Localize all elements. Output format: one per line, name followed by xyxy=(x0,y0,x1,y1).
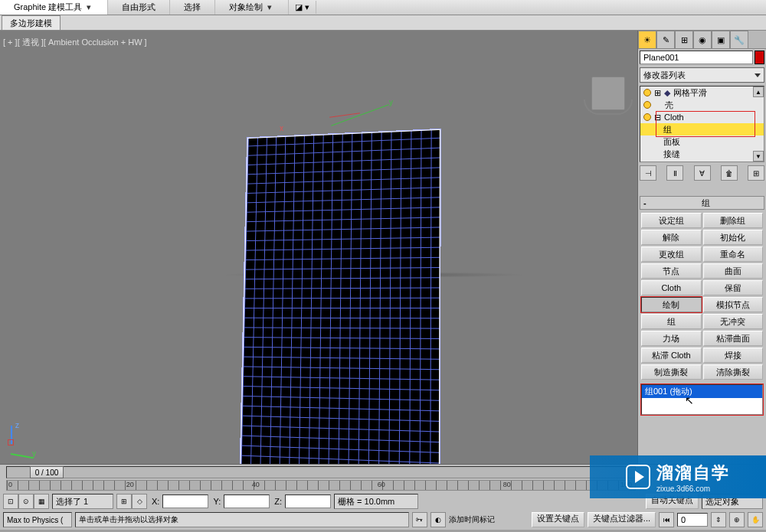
stack-item-meshsmooth[interactable]: ⊞◆网格平滑 xyxy=(640,86,764,99)
tag-icon[interactable]: ◐ xyxy=(430,512,446,527)
stack-item-cloth[interactable]: ⊟Cloth xyxy=(640,111,764,123)
object-color-swatch[interactable] xyxy=(755,51,764,64)
configure-sets-icon[interactable]: ⊞ xyxy=(748,165,764,181)
btn-detach[interactable]: 解除 xyxy=(641,230,702,245)
modifier-list-label: 修改器列表 xyxy=(643,70,686,81)
snap-icon[interactable]: ▦ xyxy=(34,494,49,509)
time-slider[interactable]: 0 / 100 xyxy=(6,466,636,478)
goto-start-icon[interactable]: ⏮ xyxy=(659,512,674,527)
object-name-input[interactable] xyxy=(640,51,753,64)
show-end-icon[interactable]: Ⅱ xyxy=(666,165,683,181)
world-axis-gizmo: z y xyxy=(9,424,40,455)
watermark-title: 溜溜自学 xyxy=(656,462,730,485)
selection-status: 选择了 1 xyxy=(52,494,113,509)
motion-tab-icon[interactable]: ◉ xyxy=(693,31,712,49)
filter-icon[interactable]: ⊞ xyxy=(116,494,132,509)
btn-no-collide[interactable]: 无冲突 xyxy=(703,314,764,329)
nav2-icon[interactable]: ✋ xyxy=(748,512,763,527)
group-button-grid: 设定组 删除组 解除 初始化 更改组 重命名 节点 曲面 Cloth 保留 绘制… xyxy=(638,211,766,381)
scroll-up-icon[interactable]: ▲ xyxy=(753,86,764,97)
snap2-icon[interactable]: ◇ xyxy=(132,494,147,509)
ribbon-bar: Graphite 建模工具 ▾ 自由形式 选择 对象绘制 ▾ ◪ ▾ xyxy=(0,0,766,15)
create-tab-icon[interactable]: ☀ xyxy=(638,31,656,49)
stack-item-shell[interactable]: 壳 xyxy=(640,99,764,111)
utilities-tab-icon[interactable]: 🔧 xyxy=(730,31,748,49)
lock-selection-icon[interactable]: ⊡ xyxy=(3,494,18,509)
key-filter-button[interactable]: 关键点过滤器... xyxy=(588,512,656,527)
remove-mod-icon[interactable]: 🗑 xyxy=(721,165,738,181)
z-coord-input[interactable] xyxy=(285,494,331,508)
ribbon-expand[interactable]: ◪ ▾ xyxy=(289,1,316,14)
add-time-tag-label[interactable]: 添加时间标记 xyxy=(449,514,495,525)
z-label: Z: xyxy=(274,497,282,506)
btn-node[interactable]: 节点 xyxy=(641,263,702,279)
stack-toolbar: ⊣ Ⅱ ∀ 🗑 ⊞ xyxy=(638,164,766,182)
modifier-list-dropdown[interactable]: 修改器列表 xyxy=(640,67,764,83)
ribbon-tab-selection[interactable]: 选择 xyxy=(170,0,215,15)
viewport-perspective[interactable]: [ + ][ 透视 ][ Ambient Occlusion + HW ] x … xyxy=(0,31,637,464)
maxscript-label: Max to Physics ( xyxy=(3,512,72,527)
chevron-down-icon xyxy=(755,73,761,77)
btn-sim-node[interactable]: 模拟节点 xyxy=(703,297,764,312)
btn-change-group[interactable]: 更改组 xyxy=(641,246,702,262)
make-unique-icon[interactable]: ∀ xyxy=(694,165,711,181)
frame-spinner[interactable] xyxy=(677,513,708,527)
pin-stack-icon[interactable]: ⊣ xyxy=(640,165,656,181)
x-coord-input[interactable] xyxy=(162,494,208,508)
isolate-icon[interactable]: ⊙ xyxy=(18,494,34,509)
btn-weld[interactable]: 焊接 xyxy=(703,348,764,363)
stack-sub-seam[interactable]: 接缝 xyxy=(640,148,764,160)
grid-status: 栅格 = 10.0mm xyxy=(334,494,418,509)
btn-sticky-cloth[interactable]: 粘滞 Cloth xyxy=(641,348,702,363)
bulb-icon[interactable] xyxy=(643,101,651,109)
ribbon-tab-graphite[interactable]: Graphite 建模工具 ▾ xyxy=(0,0,108,15)
btn-delete-group[interactable]: 删除组 xyxy=(703,213,764,228)
time-ruler[interactable]: 0 20 40 60 80 100 xyxy=(6,480,636,491)
scroll-down-icon[interactable]: ▼ xyxy=(753,151,764,162)
bulb-icon[interactable] xyxy=(643,113,651,121)
play-icon xyxy=(626,465,650,489)
command-panel: ☀ ✎ ⊞ ◉ ▣ 🔧 修改器列表 ⊞◆网格平滑 壳 ⊟Cloth 组 面板 接… xyxy=(637,31,766,464)
hierarchy-tab-icon[interactable]: ⊞ xyxy=(675,31,693,49)
modifier-stack[interactable]: ⊞◆网格平滑 壳 ⊟Cloth 组 面板 接缝 ▲ ▼ xyxy=(640,86,764,162)
ribbon-tab-objpaint[interactable]: 对象绘制 ▾ xyxy=(215,0,289,15)
plane-mesh[interactable] xyxy=(240,129,440,464)
viewport-label[interactable]: [ + ][ 透视 ][ Ambient Occlusion + HW ] xyxy=(3,37,147,48)
lock-icon[interactable]: 🗝 xyxy=(412,512,427,527)
rollup-header-group[interactable]: - 组 xyxy=(640,196,764,210)
status-row-2: Max to Physics ( 单击或单击并拖动以选择对象 🗝 ◐ 添加时间标… xyxy=(0,511,766,529)
btn-force[interactable]: 力场 xyxy=(641,331,702,346)
y-label: Y: xyxy=(213,497,221,506)
btn-preserve[interactable]: 保留 xyxy=(703,280,764,295)
list-item[interactable]: 组001 (拖动) xyxy=(642,385,762,398)
nav1-icon[interactable]: ⊕ xyxy=(729,512,745,527)
display-tab-icon[interactable]: ▣ xyxy=(712,31,730,49)
modify-tab-icon[interactable]: ✎ xyxy=(656,31,675,49)
btn-clear-tear[interactable]: 清除撕裂 xyxy=(703,364,764,380)
btn-cloth[interactable]: Cloth xyxy=(641,280,702,295)
sub-tab-polymodel[interactable]: 多边形建模 xyxy=(2,15,61,30)
btn-set-group[interactable]: 设定组 xyxy=(641,213,702,228)
group-list[interactable]: 组001 (拖动) ↖ xyxy=(641,384,763,415)
viewcube-ring[interactable] xyxy=(584,100,633,115)
btn-make-tear[interactable]: 制造撕裂 xyxy=(641,364,702,380)
y-coord-input[interactable] xyxy=(224,494,270,508)
btn-group[interactable]: 组 xyxy=(641,314,702,329)
btn-sticky-surface[interactable]: 粘滞曲面 xyxy=(703,331,764,346)
btn-initialize[interactable]: 初始化 xyxy=(703,230,764,245)
btn-rename[interactable]: 重命名 xyxy=(703,246,764,262)
ribbon-tab-freeform[interactable]: 自由形式 xyxy=(108,0,170,15)
spinner-arrows-icon[interactable]: ⇕ xyxy=(711,512,726,527)
bulb-icon[interactable] xyxy=(643,89,651,96)
stack-sub-group[interactable]: 组 xyxy=(640,123,764,135)
stack-sub-panel[interactable]: 面板 xyxy=(640,135,764,148)
command-panel-tabs: ☀ ✎ ⊞ ◉ ▣ 🔧 xyxy=(638,31,766,49)
set-key-button[interactable]: 设置关键点 xyxy=(532,512,584,527)
time-slider-thumb[interactable]: 0 / 100 xyxy=(30,466,64,478)
btn-surface[interactable]: 曲面 xyxy=(703,263,764,279)
prompt-text: 单击或单击并拖动以选择对象 xyxy=(75,512,409,527)
btn-paint[interactable]: 绘制 xyxy=(641,297,702,312)
sub-ribbon: 多边形建模 xyxy=(0,15,766,31)
collapse-icon: - xyxy=(643,198,647,207)
x-label: X: xyxy=(152,497,159,506)
